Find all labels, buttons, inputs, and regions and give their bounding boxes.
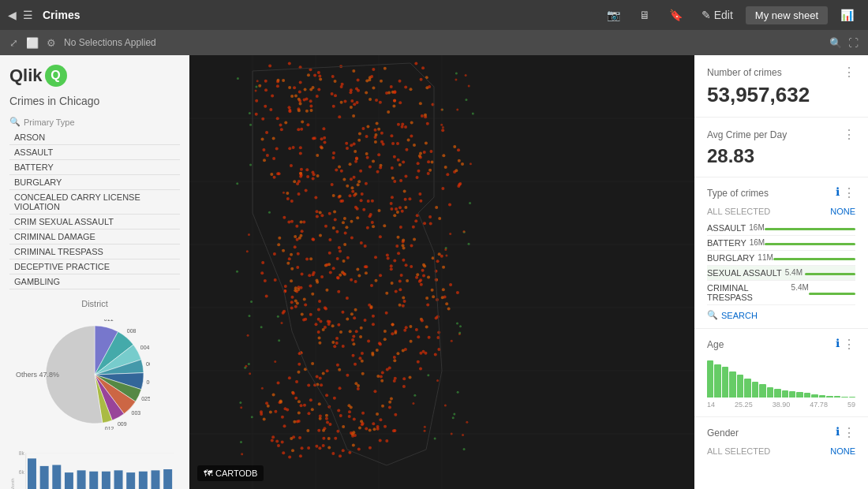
svg-point-526 xyxy=(364,319,367,322)
svg-point-656 xyxy=(465,99,467,101)
svg-point-166 xyxy=(311,362,314,365)
bar[interactable] xyxy=(28,458,36,489)
gender-none-link[interactable]: NONE xyxy=(830,446,855,456)
filter-item[interactable]: CONCEALED CARRY LICENSE VIOLATION xyxy=(9,190,180,215)
gender-menu-icon[interactable]: ⋮ xyxy=(843,425,855,440)
gender-info-icon[interactable]: ℹ xyxy=(836,425,840,440)
back-icon[interactable]: ◀ xyxy=(8,9,17,21)
svg-point-547 xyxy=(455,73,458,75)
search-link[interactable]: 🔍 SEARCH xyxy=(707,310,855,320)
sheet-button[interactable]: My new sheet xyxy=(746,6,828,24)
svg-point-72 xyxy=(415,328,418,331)
none-link[interactable]: NONE xyxy=(830,207,855,216)
fullscreen-icon[interactable]: ⛶ xyxy=(848,37,859,49)
svg-point-599 xyxy=(468,85,470,88)
bar[interactable] xyxy=(40,466,49,489)
svg-point-345 xyxy=(397,159,400,162)
svg-point-641 xyxy=(342,272,346,275)
crime-type-header: Type of crimes ℹ ⋮ xyxy=(707,185,855,200)
svg-point-461 xyxy=(383,224,386,227)
svg-point-664 xyxy=(298,436,301,439)
svg-point-99 xyxy=(268,211,271,214)
filter-item[interactable]: BURGLARY xyxy=(9,175,180,190)
svg-point-282 xyxy=(296,266,299,269)
expand-icon[interactable]: ⤢ xyxy=(9,37,18,49)
crime-type-count: 5.4M xyxy=(785,268,803,278)
crime-type-row[interactable]: BURGLARY11M xyxy=(707,251,855,266)
svg-point-538 xyxy=(432,295,435,298)
svg-point-264 xyxy=(390,267,393,271)
edit-button[interactable]: ✎ Edit xyxy=(695,6,739,24)
age-menu-icon[interactable]: ⋮ xyxy=(843,337,855,352)
gender-title: Gender xyxy=(707,427,739,439)
crime-type-row[interactable]: SEXUAL ASSAULT5.4M xyxy=(707,266,855,281)
settings-icon[interactable]: ⚙ xyxy=(47,37,56,49)
svg-point-818 xyxy=(299,103,302,106)
svg-point-692 xyxy=(311,171,314,174)
bar[interactable] xyxy=(102,472,110,489)
svg-point-551 xyxy=(275,440,279,443)
svg-point-171 xyxy=(421,319,424,323)
age-info-icon[interactable]: ℹ xyxy=(836,337,840,352)
svg-point-261 xyxy=(402,349,405,353)
select-icon[interactable]: ⬜ xyxy=(26,37,39,49)
svg-point-362 xyxy=(453,145,456,148)
bookmark-button[interactable]: 🔖 xyxy=(663,6,689,24)
svg-point-606 xyxy=(296,302,299,305)
svg-point-722 xyxy=(372,422,375,425)
crime-type-row[interactable]: CRIMINAL TRESPASS5.4M xyxy=(707,281,855,305)
search-icon[interactable]: 🔍 xyxy=(829,37,842,49)
svg-point-449 xyxy=(372,315,375,318)
filter-item[interactable]: CRIM SEXUAL ASSAULT xyxy=(9,215,180,230)
bar[interactable] xyxy=(126,472,135,489)
svg-point-750 xyxy=(445,254,447,256)
crime-type-row[interactable]: BATTERY16M xyxy=(707,236,855,251)
svg-point-488 xyxy=(291,449,294,452)
svg-point-666 xyxy=(404,86,407,89)
svg-point-767 xyxy=(356,267,359,271)
svg-point-415 xyxy=(413,394,416,397)
svg-point-615 xyxy=(277,315,279,318)
crime-type-row[interactable]: ASSAULT16M xyxy=(707,221,855,236)
filter-item[interactable]: ARSON xyxy=(9,130,180,145)
filter-item[interactable]: CRIMINAL DAMAGE xyxy=(9,230,180,244)
crime-type-count: 5.4M xyxy=(791,283,809,302)
bar[interactable] xyxy=(139,472,148,489)
svg-text:008: 008 xyxy=(127,328,137,334)
monitor-button[interactable]: 🖥 xyxy=(633,6,657,24)
filter-item[interactable]: DECEPTIVE PRACTICE xyxy=(9,259,180,274)
bar[interactable] xyxy=(163,469,172,489)
svg-point-475 xyxy=(331,341,335,344)
svg-point-479 xyxy=(320,214,324,217)
crimes-menu-icon[interactable]: ⋮ xyxy=(843,65,855,80)
svg-point-492 xyxy=(282,216,286,219)
filter-item[interactable]: GAMBLING xyxy=(9,274,180,289)
filter-item[interactable]: BATTERY xyxy=(9,160,180,175)
bar[interactable] xyxy=(89,472,98,489)
avg-crime-label: Avg Crime per Day xyxy=(707,129,787,140)
filter-item[interactable]: ASSAULT xyxy=(9,145,180,160)
svg-point-531 xyxy=(379,166,382,170)
svg-point-689 xyxy=(322,127,325,130)
bar[interactable] xyxy=(114,470,123,489)
bar[interactable] xyxy=(65,472,73,489)
avg-menu-icon[interactable]: ⋮ xyxy=(843,127,855,142)
crime-type-info-icon[interactable]: ℹ xyxy=(836,185,840,200)
crime-type-bar xyxy=(765,228,855,230)
filter-item[interactable]: CRIMINAL TRESPASS xyxy=(9,244,180,259)
bar[interactable] xyxy=(52,465,61,489)
svg-point-487 xyxy=(442,154,445,157)
crime-type-menu-icon[interactable]: ⋮ xyxy=(843,185,855,200)
chart-button[interactable]: 📊 xyxy=(834,6,860,24)
bar[interactable] xyxy=(77,470,86,489)
bar[interactable] xyxy=(152,470,160,489)
svg-point-111 xyxy=(391,282,394,285)
svg-point-82 xyxy=(353,176,356,179)
svg-point-502 xyxy=(318,446,321,450)
svg-point-439 xyxy=(306,123,309,126)
svg-point-624 xyxy=(383,338,387,341)
camera-button[interactable]: 📷 xyxy=(600,6,627,24)
svg-point-649 xyxy=(455,169,458,172)
list-icon[interactable]: ☰ xyxy=(23,9,33,21)
svg-point-122 xyxy=(271,95,274,98)
